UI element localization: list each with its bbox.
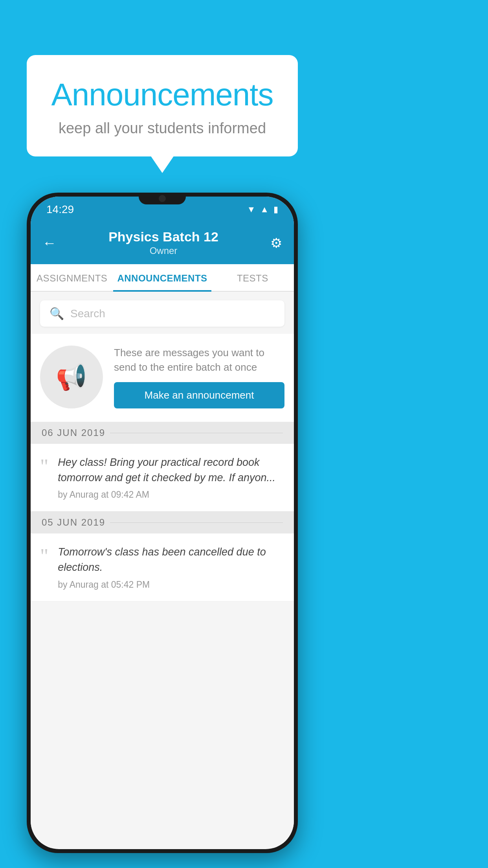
- promo-icon-circle: 📢: [40, 346, 103, 408]
- speech-bubble: Announcements keep all your students inf…: [27, 55, 298, 156]
- wifi-icon: ▼: [247, 204, 255, 215]
- header-title-section: Physics Batch 12 Owner: [108, 229, 218, 256]
- search-bar[interactable]: 🔍 Search: [40, 300, 284, 327]
- settings-icon[interactable]: ⚙: [270, 235, 282, 251]
- promo-text: These are messages you want to send to t…: [114, 346, 284, 374]
- announcement-text-2: Tomorrow's class has been cancelled due …: [58, 544, 284, 575]
- make-announcement-button[interactable]: Make an announcement: [114, 382, 284, 408]
- status-icons: ▼ ▲ ▮: [247, 204, 278, 215]
- phone-screen: 14:29 ▼ ▲ ▮ ← Physics Batch 12 Owner ⚙ A…: [31, 197, 294, 849]
- batch-subtitle: Owner: [108, 245, 218, 256]
- date-label-1: 06 JUN 2019: [42, 427, 105, 438]
- batch-title: Physics Batch 12: [108, 229, 218, 245]
- signal-icon: ▲: [260, 204, 269, 215]
- app-header: ← Physics Batch 12 Owner ⚙: [31, 222, 294, 264]
- quote-icon-1: ": [40, 456, 48, 477]
- tab-announcements[interactable]: ANNOUNCEMENTS: [113, 264, 211, 291]
- battery-icon: ▮: [273, 204, 278, 215]
- date-line-2: [110, 522, 283, 523]
- phone-notch: [139, 193, 186, 204]
- megaphone-icon: 📢: [56, 362, 87, 392]
- promo-card: 📢 These are messages you want to send to…: [31, 334, 294, 422]
- date-separator-1: 06 JUN 2019: [31, 422, 294, 444]
- tab-tests[interactable]: TESTS: [211, 264, 294, 291]
- status-time: 14:29: [46, 203, 74, 216]
- tab-assignments[interactable]: ASSIGNMENTS: [31, 264, 113, 291]
- date-label-2: 05 JUN 2019: [42, 517, 105, 528]
- quote-icon-2: ": [40, 546, 48, 566]
- announcement-item-1[interactable]: " Hey class! Bring your practical record…: [31, 444, 294, 511]
- announcement-text-1: Hey class! Bring your practical record b…: [58, 455, 284, 485]
- promo-content: These are messages you want to send to t…: [114, 346, 284, 408]
- search-icon: 🔍: [50, 307, 64, 320]
- search-placeholder: Search: [70, 307, 105, 320]
- bubble-subtitle: keep all your students informed: [50, 120, 274, 137]
- speech-bubble-container: Announcements keep all your students inf…: [27, 55, 298, 156]
- announcement-content-1: Hey class! Bring your practical record b…: [58, 455, 284, 500]
- announcement-content-2: Tomorrow's class has been cancelled due …: [58, 544, 284, 590]
- date-line-1: [110, 433, 283, 433]
- announcement-meta-1: by Anurag at 09:42 AM: [58, 489, 284, 500]
- bubble-title: Announcements: [50, 77, 274, 113]
- back-button[interactable]: ←: [42, 235, 57, 251]
- content-area: 🔍 Search 📢 These are messages you want t…: [31, 292, 294, 848]
- announcement-item-2[interactable]: " Tomorrow's class has been cancelled du…: [31, 533, 294, 601]
- camera-dot: [159, 195, 166, 202]
- date-separator-2: 05 JUN 2019: [31, 511, 294, 533]
- phone-frame: 14:29 ▼ ▲ ▮ ← Physics Batch 12 Owner ⚙ A…: [27, 193, 298, 853]
- announcement-meta-2: by Anurag at 05:42 PM: [58, 579, 284, 590]
- tabs-bar: ASSIGNMENTS ANNOUNCEMENTS TESTS: [31, 264, 294, 292]
